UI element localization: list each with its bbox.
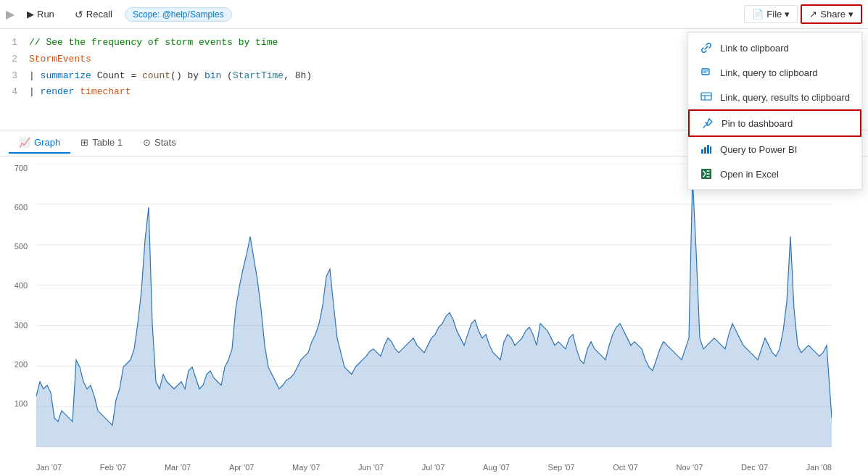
y-label-400: 400 (15, 281, 28, 290)
x-label-may07: May '07 (292, 463, 320, 472)
table-icon: ⊞ (80, 137, 88, 148)
toolbar-right: 📄 File ▾ ↗ Share ▾ (744, 4, 862, 24)
share-button[interactable]: ↗ Share ▾ (801, 4, 862, 24)
y-label-600: 600 (15, 203, 28, 212)
tab-table-label: Table 1 (92, 137, 123, 148)
link-query-results-icon (700, 91, 713, 104)
line-number-2: 2 (0, 52, 29, 67)
tab-graph[interactable]: 📈 Graph (9, 133, 70, 154)
powerbi-icon (700, 143, 713, 156)
file-icon: 📄 (752, 9, 764, 20)
menu-pin-dashboard-label: Pin to dashboard (722, 118, 793, 129)
expand-icon[interactable]: ▶ (6, 7, 15, 21)
time-chart (36, 164, 832, 447)
svg-marker-8 (36, 177, 832, 447)
line-number-3: 3 (0, 69, 29, 84)
x-label-apr07: Apr '07 (229, 463, 255, 472)
chart-area: 700 600 500 400 300 200 100 Jan '07 Feb … (0, 156, 868, 476)
y-label-700: 700 (15, 164, 28, 172)
tab-graph-label: Graph (34, 137, 60, 148)
file-button[interactable]: 📄 File ▾ (744, 5, 798, 23)
tab-stats[interactable]: ⊙ Stats (133, 133, 186, 154)
link-clipboard-icon (700, 41, 713, 54)
excel-icon (700, 167, 713, 180)
menu-pin-dashboard[interactable]: Pin to dashboard (688, 109, 861, 137)
y-axis-labels: 700 600 500 400 300 200 100 (0, 164, 32, 447)
menu-open-excel-label: Open in Excel (720, 169, 779, 180)
graph-icon: 📈 (19, 137, 30, 148)
code-content-2: StormEvents (29, 52, 91, 67)
toolbar: ▶ ▶ Run ↺ Recall Scope: @help/Samples 📄 … (0, 0, 868, 29)
menu-query-powerbi[interactable]: Query to Power BI (688, 137, 861, 162)
line-number-1: 1 (0, 36, 29, 51)
x-label-dec07: Dec '07 (741, 463, 768, 472)
svg-rect-17 (701, 169, 711, 179)
x-axis-labels: Jan '07 Feb '07 Mar '07 Apr '07 May '07 … (36, 463, 832, 472)
x-label-mar07: Mar '07 (165, 463, 191, 472)
x-label-jan08: Jan '08 (806, 463, 832, 472)
menu-link-query-results[interactable]: Link, query, results to clipboard (688, 85, 861, 109)
scope-badge: Scope: @help/Samples (125, 7, 232, 22)
y-label-200: 200 (15, 360, 28, 369)
share-icon: ↗ (809, 9, 817, 20)
share-label: Share (820, 9, 846, 20)
y-label-100: 100 (15, 399, 28, 408)
line-number-4: 4 (0, 85, 29, 100)
pin-dashboard-icon (701, 117, 714, 130)
svg-rect-13 (701, 149, 703, 154)
x-label-oct07: Oct '07 (613, 463, 638, 472)
code-content-4: | render timechart (29, 85, 131, 100)
tab-stats-label: Stats (154, 137, 176, 148)
x-label-feb07: Feb '07 (100, 463, 126, 472)
y-label-0 (25, 438, 28, 447)
tab-table[interactable]: ⊞ Table 1 (70, 133, 133, 154)
x-label-jan07: Jan '07 (36, 463, 62, 472)
menu-open-excel[interactable]: Open in Excel (688, 162, 861, 186)
menu-query-powerbi-label: Query to Power BI (720, 144, 797, 155)
run-button[interactable]: ▶ Run (19, 5, 62, 23)
x-label-jun07: Jun '07 (358, 463, 384, 472)
x-label-sep07: Sep '07 (548, 463, 575, 472)
share-dropdown-menu: Link to clipboard Link, query to clipboa… (687, 32, 862, 190)
svg-rect-10 (701, 93, 711, 100)
y-label-500: 500 (15, 242, 28, 251)
x-label-aug07: Aug '07 (483, 463, 510, 472)
svg-rect-9 (702, 69, 709, 75)
run-label: Run (37, 9, 54, 20)
recall-label: Recall (86, 9, 112, 20)
share-chevron-icon: ▾ (848, 9, 853, 20)
y-label-300: 300 (15, 321, 28, 330)
svg-rect-16 (710, 146, 711, 154)
run-icon: ▶ (27, 9, 34, 20)
x-label-jul07: Jul '07 (422, 463, 445, 472)
code-content-1: // See the frequency of storm events by … (29, 36, 278, 51)
menu-link-query-clipboard[interactable]: Link, query to clipboard (688, 60, 861, 85)
code-content-3: | summarize Count = count() by bin (Star… (29, 69, 312, 84)
menu-link-clipboard[interactable]: Link to clipboard (688, 36, 861, 60)
recall-button[interactable]: ↺ Recall (67, 5, 120, 24)
menu-link-query-results-label: Link, query, results to clipboard (720, 92, 850, 103)
menu-link-clipboard-label: Link to clipboard (720, 43, 789, 54)
menu-link-query-clipboard-label: Link, query to clipboard (720, 67, 817, 78)
x-label-nov07: Nov '07 (676, 463, 703, 472)
stats-icon: ⊙ (143, 137, 151, 148)
file-label: File (766, 9, 782, 20)
svg-rect-14 (704, 147, 706, 154)
file-chevron-icon: ▾ (785, 9, 790, 20)
recall-icon: ↺ (75, 9, 83, 20)
link-query-clipboard-icon (700, 66, 713, 79)
svg-rect-15 (707, 145, 709, 154)
toolbar-left: ▶ ▶ Run ↺ Recall Scope: @help/Samples (6, 5, 744, 24)
